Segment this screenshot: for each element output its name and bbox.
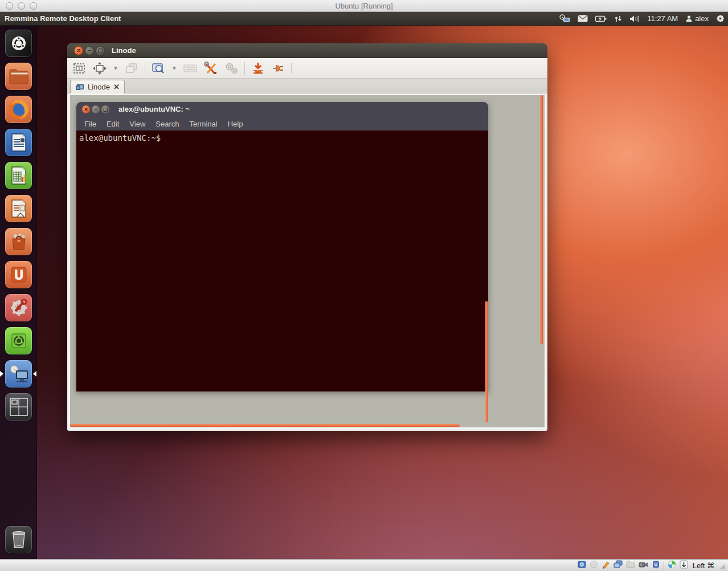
sync-arrows-icon[interactable] — [614, 15, 622, 23]
connection-tab-linode[interactable]: Linode ✕ — [70, 80, 125, 93]
remmina-tabbar: Linode ✕ — [67, 79, 547, 93]
launcher-libreoffice-impress[interactable] — [5, 195, 32, 222]
menu-edit[interactable]: Edit — [101, 120, 124, 128]
duplicate-connection-button[interactable] — [124, 61, 139, 76]
harddisk-icon[interactable] — [578, 560, 586, 571]
focused-indicator-arrow — [33, 371, 36, 377]
launcher-trash[interactable] — [5, 526, 32, 553]
vnc-remote-desktop[interactable]: ✕ – ▢ alex@ubuntuVNC: ~ File Edit View S… — [70, 95, 545, 427]
terminal-minimize-button[interactable]: – — [92, 105, 100, 113]
launcher-dash-home[interactable] — [5, 30, 32, 57]
tab-close-button[interactable]: ✕ — [113, 83, 120, 91]
clock[interactable]: 11:27 AM — [647, 14, 678, 23]
viewport-horizontal-scrollbar[interactable] — [70, 424, 460, 427]
usb-chip-icon[interactable]: U — [652, 560, 660, 571]
optical-disc-icon[interactable] — [590, 560, 598, 571]
auto-resize-icon[interactable] — [680, 560, 688, 571]
svg-text:1: 1 — [78, 67, 80, 71]
vbox-status-icons: U Left ⌘ — [578, 560, 726, 571]
remmina-minimize-button[interactable]: – — [85, 46, 94, 55]
menu-terminal[interactable]: Terminal — [185, 120, 223, 128]
remmina-window: ✕ – ▢ Linode 1 ▼ ▼ — [67, 43, 547, 431]
terminal-screen[interactable]: alex@ubuntuVNC:~$ — [76, 130, 488, 391]
host-window-title: Ubuntu [Running] — [0, 0, 728, 12]
ubuntu-top-panel: Remmina Remote Desktop Client 11:27 AM a… — [0, 12, 728, 26]
vbox-status-bar: U Left ⌘ — [0, 559, 728, 571]
zoom-button[interactable] — [151, 61, 166, 76]
scaled-mode-button[interactable] — [92, 61, 107, 76]
launcher-system-settings[interactable] — [5, 294, 32, 321]
menu-view[interactable]: View — [124, 120, 150, 128]
user-icon — [685, 15, 693, 22]
launcher-libreoffice-writer[interactable] — [5, 129, 32, 156]
folder-icon — [9, 68, 29, 85]
gear-wrench-icon — [8, 297, 30, 319]
statusbar-separator — [664, 561, 664, 569]
launcher-firefox[interactable] — [5, 96, 32, 123]
launcher-software-updater[interactable] — [5, 327, 32, 354]
terminal-titlebar[interactable]: ✕ – ▢ alex@ubuntuVNC: ~ — [76, 102, 488, 117]
toolbar-separator — [145, 62, 145, 75]
launcher-libreoffice-calc[interactable] — [5, 162, 32, 189]
terminal-maximize-button[interactable]: ▢ — [101, 105, 109, 113]
tools-button[interactable] — [203, 61, 218, 76]
display-windows-icon[interactable] — [614, 560, 623, 570]
launcher-workspace-switcher[interactable] — [5, 393, 32, 421]
user-name: alex — [695, 14, 709, 23]
updater-logo-icon — [9, 331, 28, 350]
terminal-scrollbar[interactable] — [485, 301, 488, 422]
shell-prompt: alex@ubuntuVNC:~$ — [79, 133, 161, 142]
trash-icon — [10, 530, 27, 549]
unity-launcher — [0, 26, 37, 559]
tab-label: Linode — [88, 83, 110, 91]
terminal-close-button[interactable]: ✕ — [82, 105, 90, 113]
impress-presentation-icon — [10, 199, 27, 218]
remmina-icon — [8, 364, 30, 384]
ubuntu-logo-icon — [9, 34, 28, 53]
launcher-ubuntu-one[interactable] — [5, 261, 32, 288]
running-indicator-arrow — [0, 371, 3, 377]
zoom-menu-caret[interactable]: ▼ — [171, 61, 177, 76]
user-menu[interactable]: alex — [685, 14, 709, 23]
remmina-viewport: ✕ – ▢ alex@ubuntuVNC: ~ File Edit View S… — [68, 93, 546, 429]
send-keys-button[interactable] — [183, 61, 198, 76]
launcher-remmina[interactable] — [5, 360, 32, 388]
terminal-window: ✕ – ▢ alex@ubuntuVNC: ~ File Edit View S… — [76, 102, 488, 391]
disconnect-plug-button[interactable] — [271, 61, 286, 76]
mail-icon[interactable] — [578, 15, 588, 22]
session-gear-icon[interactable] — [716, 14, 725, 23]
launcher-home-folder[interactable] — [5, 63, 32, 90]
terminal-window-title: alex@ubuntuVNC: ~ — [118, 102, 190, 117]
mouse-integration-icon[interactable] — [668, 560, 676, 571]
remmina-titlebar[interactable]: ✕ – ▢ Linode — [67, 43, 547, 58]
host-key-label: Left ⌘ — [692, 561, 715, 570]
active-app-title[interactable]: Remmina Remote Desktop Client — [5, 12, 121, 25]
remmina-close-button[interactable]: ✕ — [74, 46, 83, 55]
terminal-menubar: File Edit View Search Terminal Help — [76, 117, 488, 130]
ubuntu-one-icon — [9, 264, 29, 285]
screenshot-button[interactable] — [251, 61, 265, 76]
menu-help[interactable]: Help — [223, 120, 248, 128]
resize-grip[interactable] — [719, 562, 726, 569]
shared-folder-icon[interactable] — [626, 560, 635, 570]
writer-document-icon — [10, 133, 27, 152]
battery-icon[interactable] — [595, 15, 607, 22]
firefox-icon — [7, 98, 30, 121]
volume-icon[interactable] — [629, 15, 640, 23]
remote-network-icon[interactable] — [559, 14, 570, 23]
menu-search[interactable]: Search — [150, 120, 184, 128]
toolbar-focus-caret — [292, 63, 292, 74]
workspace-grid-icon — [9, 397, 29, 417]
calc-spreadsheet-icon — [10, 166, 27, 185]
fullscreen-button[interactable]: 1 — [72, 61, 87, 76]
tablet-pen-icon[interactable] — [602, 560, 610, 571]
video-camera-icon[interactable] — [639, 560, 648, 570]
remmina-maximize-button[interactable]: ▢ — [96, 46, 105, 55]
launcher-software-center[interactable] — [5, 228, 32, 255]
menu-file[interactable]: File — [79, 120, 101, 128]
preferences-gears-button[interactable] — [224, 61, 239, 76]
shopping-bag-icon — [9, 232, 28, 251]
scaled-mode-menu-caret[interactable]: ▼ — [113, 61, 118, 76]
svg-text:U: U — [654, 562, 657, 567]
viewport-vertical-scrollbar[interactable] — [540, 95, 543, 344]
